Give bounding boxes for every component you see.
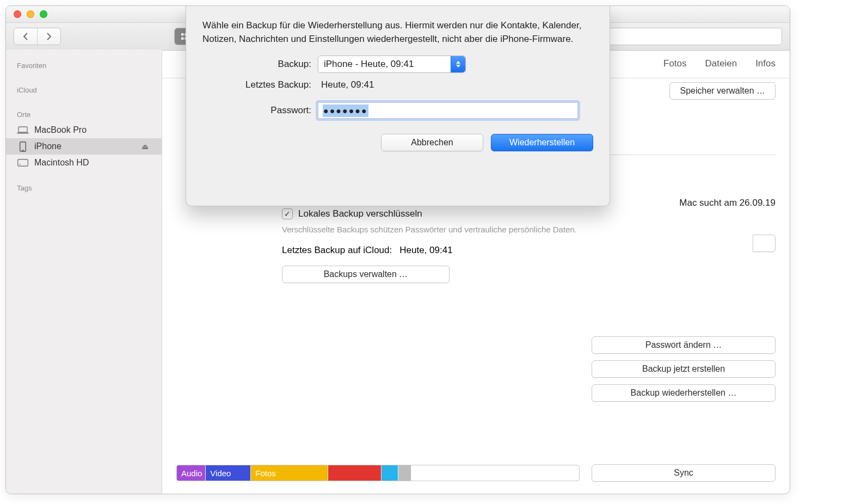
backup-now-button[interactable]: Backup jetzt erstellen (592, 360, 776, 378)
restore-backup-button[interactable]: Backup wiederherstellen … (592, 384, 776, 402)
manage-backups-button[interactable]: Backups verwalten … (282, 266, 450, 283)
sidebar: Favoriten iCloud Orte MacBook Pro iPhone… (6, 50, 162, 494)
minimize-window-button[interactable] (27, 10, 34, 18)
cancel-button[interactable]: Abbrechen (381, 134, 483, 151)
checkbox-label: Lokales Backup verschlüsseln (298, 208, 422, 219)
storage-segment (398, 465, 411, 481)
storage-segment (328, 465, 382, 481)
manage-storage-button[interactable]: Speicher verwalten … (669, 82, 776, 100)
harddisk-icon (17, 158, 29, 168)
svg-rect-39 (19, 127, 27, 132)
sync-button[interactable]: Sync (592, 464, 776, 482)
sidebar-item-label: iPhone (34, 142, 61, 151)
sidebar-item-macintosh-hd[interactable]: Macintosh HD (6, 155, 162, 171)
storage-segment (382, 465, 398, 481)
svg-point-44 (20, 164, 21, 165)
sidebar-section-orte[interactable]: Orte (6, 105, 162, 122)
close-window-button[interactable] (14, 10, 21, 18)
eject-icon[interactable]: ⏏ (142, 142, 149, 151)
nav-back-forward (14, 28, 61, 45)
iphone-icon (17, 142, 29, 151)
chevron-right-icon (46, 33, 52, 40)
sidebar-item-iphone[interactable]: iPhone ⏏ (6, 138, 162, 155)
sidebar-section-favoriten[interactable]: Favoriten (6, 56, 162, 73)
backup-select-value: iPhone - Heute, 09:41 (324, 59, 414, 70)
change-password-button[interactable]: Passwort ändern … (592, 336, 776, 354)
checkbox-icon (282, 208, 293, 219)
password-label: Passwort: (202, 105, 311, 116)
svg-rect-0 (181, 33, 183, 35)
finder-window: iPhone (5, 5, 790, 494)
last-backup-label: Letztes Backup: (202, 79, 311, 90)
svg-rect-40 (17, 133, 29, 134)
zoom-window-button[interactable] (40, 10, 47, 18)
last-icloud-backup-label: Letztes Backup auf iCloud: (282, 245, 392, 256)
traffic-lights (6, 10, 47, 18)
sidebar-item-macbook-pro[interactable]: MacBook Pro (6, 122, 162, 138)
storage-bar-row: AudioVideoFotos Sync (176, 464, 776, 482)
sidebar-section-icloud[interactable]: iCloud (6, 81, 162, 97)
sidebar-item-label: Macintosh HD (34, 158, 89, 168)
sidebar-item-label: MacBook Pro (34, 125, 87, 135)
updown-arrows-icon (451, 56, 465, 72)
tab-fotos[interactable]: Fotos (663, 58, 687, 69)
nav-back-button[interactable] (14, 28, 38, 45)
sidebar-section-tags[interactable]: Tags (6, 179, 162, 195)
svg-rect-43 (18, 159, 28, 167)
restore-button[interactable]: Wiederherstellen (491, 134, 593, 151)
nav-forward-button[interactable] (38, 28, 60, 45)
password-dots: ●●●●●●● (323, 105, 368, 117)
last-backup-value: Heute, 09:41 (321, 79, 374, 90)
backup-select[interactable]: iPhone - Heute, 09:41 (318, 56, 466, 73)
restore-backup-sheet: Wähle ein Backup für die Wiederherstellu… (186, 6, 610, 206)
svg-rect-3 (181, 38, 183, 40)
tab-dateien[interactable]: Dateien (705, 58, 737, 69)
peek-text: Mac sucht am 26.09.19 (679, 198, 776, 208)
storage-segment: Video (206, 465, 251, 481)
encrypt-hint: Verschlüsselte Backups schützen Passwört… (282, 225, 776, 234)
chevron-left-icon (22, 33, 29, 40)
tab-infos[interactable]: Infos (755, 58, 776, 69)
partial-button-peek (753, 235, 776, 252)
encrypt-backup-checkbox[interactable]: Lokales Backup verschlüsseln (282, 208, 776, 219)
modal-description: Wähle ein Backup für die Wiederherstellu… (202, 19, 593, 46)
storage-segment: Fotos (251, 465, 328, 481)
last-icloud-backup-value: Heute, 09:41 (399, 245, 452, 256)
storage-bar: AudioVideoFotos (176, 465, 580, 481)
backup-select-label: Backup: (202, 59, 311, 70)
password-input[interactable]: ●●●●●●● (318, 102, 578, 119)
storage-segment: Audio (177, 465, 206, 481)
laptop-icon (17, 125, 29, 135)
